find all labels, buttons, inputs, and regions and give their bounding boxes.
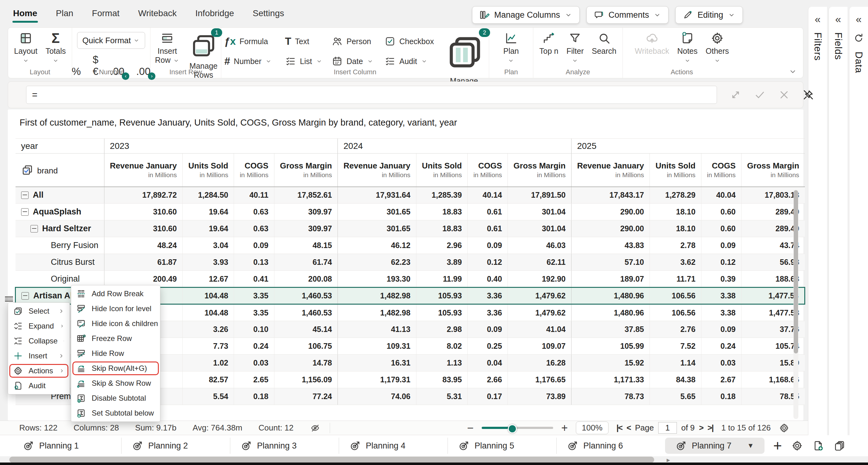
data-cell[interactable]: 74.06 <box>338 388 416 405</box>
layout-button[interactable]: Layout <box>14 31 37 64</box>
measure-header-gross-margin[interactable]: Gross Marginin Millions <box>508 154 571 187</box>
menu-item-actions[interactable]: Actions <box>8 363 70 378</box>
audit-column-button[interactable]: Audit <box>384 56 440 67</box>
data-cell[interactable]: 3.36 <box>468 287 508 304</box>
measure-header-gross-margin[interactable]: Gross Marginin Millions <box>742 154 805 187</box>
data-cell[interactable]: 192.90 <box>508 271 571 287</box>
data-cell[interactable]: 3.89 <box>416 254 468 271</box>
sidebar-panel-fields[interactable]: «Fields <box>829 7 847 435</box>
sheet-tab-planning-4[interactable]: Planning 4 <box>339 438 447 454</box>
row-label-cell[interactable]: All <box>16 187 104 204</box>
expand-panel-icon[interactable]: « <box>835 14 841 24</box>
menu-item-collapse[interactable]: Collapse <box>8 334 70 348</box>
prev-page-button[interactable]: < <box>626 423 630 433</box>
data-cell[interactable]: 0.63 <box>234 204 274 220</box>
data-cell[interactable]: 1,176.65 <box>508 371 571 388</box>
data-cell[interactable]: 84.38 <box>650 371 702 388</box>
data-cell[interactable]: 40.14 <box>468 187 508 204</box>
comments-button[interactable]: Comments <box>586 6 669 24</box>
data-cell[interactable]: 18.83 <box>416 204 468 220</box>
search-button[interactable]: Search <box>592 31 616 56</box>
data-cell[interactable]: 11.71 <box>650 271 702 287</box>
data-cell[interactable]: 106.56 <box>650 304 702 321</box>
data-cell[interactable]: 290.00 <box>571 220 650 237</box>
data-cell[interactable]: 1,482.98 <box>338 304 416 321</box>
totals-button[interactable]: Σ Totals <box>45 31 66 64</box>
add-sheet-button[interactable]: + <box>773 438 782 453</box>
data-cell[interactable]: 62.23 <box>338 254 416 271</box>
menu-item-disable-subtotal[interactable]: Disable Subtotal <box>71 391 160 406</box>
menu-item-expand[interactable]: Expand <box>8 319 70 334</box>
data-cell[interactable]: 2.65 <box>234 371 274 388</box>
data-cell[interactable]: 14.78 <box>274 355 338 371</box>
data-cell[interactable]: 309.97 <box>274 204 338 220</box>
menu-item-plan[interactable]: Plan <box>55 6 74 20</box>
formula-column-button[interactable]: ƒxFormula <box>224 35 285 47</box>
data-cell[interactable]: 40.11 <box>234 187 274 204</box>
sheet-tab-planning-5[interactable]: Planning 5 <box>447 438 556 454</box>
list-column-button[interactable]: List <box>285 56 332 67</box>
sidebar-panel-filters[interactable]: «Filters <box>808 7 827 435</box>
data-cell[interactable]: 309.97 <box>274 220 338 237</box>
data-cell[interactable]: 41.04 <box>508 321 571 338</box>
measure-header-revenue-january[interactable]: Revenue Januaryin Millions <box>104 154 182 187</box>
menu-item-set-subtotal-below[interactable]: Set Subtotal below <box>71 406 160 421</box>
data-cell[interactable]: 0.18 <box>234 388 274 405</box>
data-cell[interactable]: 5.31 <box>416 388 468 405</box>
data-cell[interactable]: 1,171.33 <box>571 371 650 388</box>
data-cell[interactable]: 3.26 <box>182 321 234 338</box>
duplicate-sheet-icon[interactable] <box>834 440 845 452</box>
expand-formula-icon[interactable] <box>730 89 742 101</box>
data-cell[interactable]: 310.60 <box>104 220 182 237</box>
zoom-slider-thumb[interactable] <box>508 424 517 433</box>
collapse-expander-icon[interactable] <box>22 292 29 300</box>
collapse-ribbon-button[interactable] <box>788 67 798 76</box>
data-cell[interactable]: 83.95 <box>416 371 468 388</box>
data-cell[interactable]: 2.96 <box>416 237 468 254</box>
data-cell[interactable]: 0.41 <box>234 271 274 287</box>
top-n-button[interactable]: Top n <box>539 31 558 56</box>
zoom-out-button[interactable]: − <box>467 423 474 434</box>
data-cell[interactable]: 1,460.53 <box>274 287 338 304</box>
measure-header-units-sold[interactable]: Units Soldin Millions <box>182 154 234 187</box>
data-cell[interactable]: 0.63 <box>234 220 274 237</box>
data-cell[interactable]: 19.64 <box>182 204 234 220</box>
unpin-formula-bar-icon[interactable] <box>802 89 814 101</box>
data-cell[interactable]: 1.13 <box>416 355 468 371</box>
expand-panel-icon[interactable]: « <box>856 14 862 24</box>
filter-button[interactable]: Filter <box>566 31 584 64</box>
data-cell[interactable]: 61.74 <box>274 254 338 271</box>
data-cell[interactable]: 2.98 <box>416 321 468 338</box>
measure-header-cogs[interactable]: COGSin Millions <box>701 154 741 187</box>
formula-input[interactable]: = <box>26 86 717 104</box>
brand-dimension-header[interactable]: brand <box>16 154 104 187</box>
data-cell[interactable]: 104.48 <box>182 287 234 304</box>
data-cell[interactable]: 37.85 <box>571 321 650 338</box>
data-cell[interactable]: 1,480.96 <box>571 304 650 321</box>
data-cell[interactable]: 301.65 <box>338 220 416 237</box>
menu-item-format[interactable]: Format <box>91 6 120 20</box>
data-cell[interactable]: 109.31 <box>338 338 416 355</box>
data-cell[interactable]: 1.14 <box>650 355 702 371</box>
data-cell[interactable]: 46.12 <box>338 237 416 254</box>
menu-item-audit[interactable]: Audit <box>8 378 70 393</box>
data-cell[interactable]: 0.18 <box>701 388 741 405</box>
sheet-tab-planning-3[interactable]: Planning 3 <box>230 438 339 454</box>
data-cell[interactable]: 0.10 <box>234 321 274 338</box>
data-cell[interactable]: 1,156.09 <box>274 371 338 388</box>
data-cell[interactable]: 18.10 <box>650 220 702 237</box>
data-cell[interactable]: 3.35 <box>234 304 274 321</box>
menu-item-add-row-break[interactable]: Add Row Break <box>71 286 160 301</box>
data-cell[interactable]: 73.89 <box>508 388 571 405</box>
data-cell[interactable]: 17,891.50 <box>508 187 571 204</box>
data-cell[interactable]: 78.73 <box>571 388 650 405</box>
data-cell[interactable]: 1,284.50 <box>182 187 234 204</box>
data-cell[interactable]: 301.04 <box>508 204 571 220</box>
data-cell[interactable]: 1,480.96 <box>571 287 650 304</box>
measure-header-revenue-january[interactable]: Revenue Januaryin Millions <box>571 154 650 187</box>
cancel-formula-icon[interactable] <box>778 89 790 101</box>
data-cell[interactable]: 11.99 <box>416 271 468 287</box>
data-cell[interactable]: 61.87 <box>104 254 182 271</box>
data-cell[interactable]: 1,479.62 <box>508 287 571 304</box>
data-cell[interactable]: 109.07 <box>508 338 571 355</box>
